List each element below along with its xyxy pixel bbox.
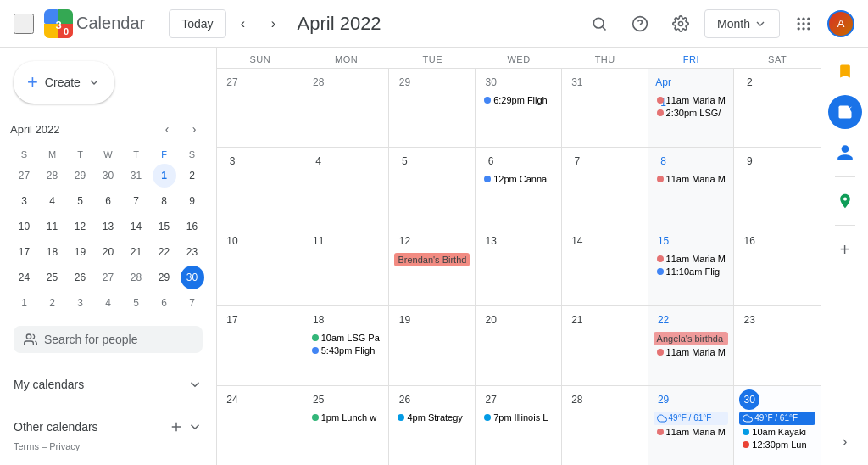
- google-apps-button[interactable]: [787, 7, 821, 41]
- mini-day[interactable]: 15: [153, 215, 176, 238]
- today-button[interactable]: Today: [169, 9, 225, 38]
- event-brendan-bday[interactable]: Brendan's Birthd: [394, 253, 470, 266]
- cal-cell-4[interactable]: 4: [303, 148, 390, 226]
- mini-day[interactable]: 3: [69, 291, 92, 315]
- event-maria-apr15[interactable]: 11am Maria M: [654, 253, 729, 265]
- cal-cell-apr2[interactable]: 2: [734, 69, 821, 147]
- cal-cell-22[interactable]: 22 Angela's birthda 11am Maria M: [648, 306, 735, 384]
- keep-icon-btn[interactable]: [828, 54, 862, 88]
- cal-cell-6[interactable]: 6 12pm Cannal: [476, 148, 562, 226]
- view-selector[interactable]: Month: [704, 9, 780, 38]
- prev-month-button[interactable]: ‹: [230, 10, 257, 37]
- cal-cell-14[interactable]: 14: [562, 227, 648, 305]
- cal-cell-28[interactable]: 28: [562, 386, 648, 465]
- cal-cell-29[interactable]: 29 49°F / 61°F 11am Maria M: [648, 386, 735, 465]
- cal-cell-17[interactable]: 17: [217, 306, 303, 384]
- collapse-side-panel[interactable]: ›: [828, 424, 862, 458]
- mini-day[interactable]: 19: [69, 240, 92, 264]
- cal-cell-23[interactable]: 23: [734, 306, 821, 384]
- mini-day-1[interactable]: 1: [153, 164, 176, 188]
- cal-cell-7[interactable]: 7: [562, 148, 648, 226]
- mini-day[interactable]: 17: [13, 240, 36, 264]
- event-lsg-apr18[interactable]: 10am LSG Pa: [309, 332, 384, 344]
- privacy-link[interactable]: Privacy: [49, 441, 80, 451]
- help-button[interactable]: [623, 7, 657, 41]
- mini-day[interactable]: 7: [181, 291, 204, 315]
- cal-cell-apr1[interactable]: Apr 1 11am Maria M 2:30pm LSG/: [648, 69, 735, 147]
- mini-day[interactable]: 6: [153, 291, 176, 315]
- mini-day[interactable]: 31: [125, 164, 148, 188]
- maps-icon-btn[interactable]: [828, 184, 862, 218]
- mini-next-month[interactable]: ›: [182, 117, 206, 141]
- event-flight-mar30[interactable]: 6:29pm Fligh: [481, 94, 556, 106]
- mini-day[interactable]: 2: [181, 164, 204, 188]
- mini-day-30-selected[interactable]: 30: [181, 266, 204, 289]
- mini-day[interactable]: 18: [41, 240, 64, 264]
- mini-day[interactable]: 26: [69, 266, 92, 289]
- event-weather-apr29[interactable]: 49°F / 61°F: [654, 412, 729, 425]
- add-other-calendar-icon[interactable]: [169, 419, 184, 434]
- mini-day[interactable]: 11: [41, 215, 64, 238]
- cal-cell-mar30[interactable]: 30 6:29pm Fligh: [476, 69, 562, 147]
- settings-button[interactable]: [664, 7, 698, 41]
- mini-day[interactable]: 10: [13, 215, 36, 238]
- cal-cell-9[interactable]: 9: [734, 148, 821, 226]
- mini-day[interactable]: 4: [41, 189, 64, 213]
- mini-day[interactable]: 25: [41, 266, 64, 289]
- create-button[interactable]: + Create: [14, 61, 114, 104]
- event-lunch-apr25[interactable]: 1pm Lunch w: [309, 412, 384, 423]
- terms-link[interactable]: Terms: [14, 441, 39, 451]
- search-button[interactable]: [582, 7, 616, 41]
- mini-prev-month[interactable]: ‹: [155, 117, 179, 141]
- event-lunch-apr30[interactable]: 12:30pm Lun: [739, 439, 815, 451]
- cal-cell-24[interactable]: 24: [217, 386, 303, 465]
- mini-day[interactable]: 4: [97, 291, 120, 315]
- mini-day[interactable]: 9: [181, 189, 204, 213]
- cal-cell-25[interactable]: 25 1pm Lunch w: [303, 386, 390, 465]
- event-illinois-apr27[interactable]: 7pm Illinois L: [481, 412, 556, 423]
- mini-day[interactable]: 8: [153, 189, 176, 213]
- mini-day[interactable]: 21: [125, 240, 148, 264]
- mini-day[interactable]: 28: [125, 266, 148, 289]
- mini-day[interactable]: 29: [69, 164, 92, 188]
- mini-day[interactable]: 20: [97, 240, 120, 264]
- event-angela-bday[interactable]: Angela's birthda: [654, 332, 729, 345]
- mini-day[interactable]: 27: [97, 266, 120, 289]
- cal-cell-16[interactable]: 16: [734, 227, 821, 305]
- cal-cell-mar28[interactable]: 28: [303, 69, 390, 147]
- cal-cell-13[interactable]: 13: [476, 227, 562, 305]
- cal-cell-20[interactable]: 20: [476, 306, 562, 384]
- mini-day[interactable]: 5: [125, 291, 148, 315]
- tasks-icon-btn[interactable]: [828, 95, 862, 129]
- user-avatar[interactable]: A: [827, 10, 854, 37]
- mini-day[interactable]: 7: [125, 189, 148, 213]
- mini-day[interactable]: 23: [181, 240, 204, 264]
- cal-cell-10[interactable]: 10: [217, 227, 303, 305]
- mini-day[interactable]: 27: [13, 164, 36, 188]
- cal-cell-18[interactable]: 18 10am LSG Pa 5:43pm Fligh: [303, 306, 390, 384]
- cal-cell-21[interactable]: 21: [562, 306, 648, 384]
- menu-button[interactable]: [14, 14, 34, 34]
- cal-cell-27[interactable]: 27 7pm Illinois L: [476, 386, 562, 465]
- contacts-icon-btn[interactable]: [828, 136, 862, 170]
- event-kayak-apr30[interactable]: 10am Kayaki: [739, 426, 815, 438]
- mini-day[interactable]: 5: [69, 189, 92, 213]
- event-maria-apr22[interactable]: 11am Maria M: [654, 346, 729, 358]
- event-canal-apr6[interactable]: 12pm Cannal: [481, 173, 556, 185]
- add-side-app-btn[interactable]: +: [828, 232, 862, 266]
- mini-day[interactable]: 6: [97, 189, 120, 213]
- mini-day[interactable]: 22: [153, 240, 176, 264]
- next-month-button[interactable]: ›: [260, 10, 287, 37]
- cal-cell-11[interactable]: 11: [303, 227, 390, 305]
- event-weather-apr30[interactable]: 49°F / 61°F: [739, 412, 815, 425]
- mini-day[interactable]: 16: [181, 215, 204, 238]
- event-maria-apr29[interactable]: 11am Maria M: [654, 426, 729, 438]
- search-people[interactable]: Search for people: [14, 326, 203, 353]
- cal-cell-3[interactable]: 3: [217, 148, 303, 226]
- mini-day[interactable]: 29: [153, 266, 176, 289]
- event-maria-apr8[interactable]: 11am Maria M: [654, 173, 729, 185]
- mini-day[interactable]: 2: [41, 291, 64, 315]
- my-calendars-header[interactable]: My calendars: [14, 370, 203, 399]
- cal-cell-12[interactable]: 12 Brendan's Birthd: [389, 227, 476, 305]
- cal-cell-mar29[interactable]: 29: [389, 69, 476, 147]
